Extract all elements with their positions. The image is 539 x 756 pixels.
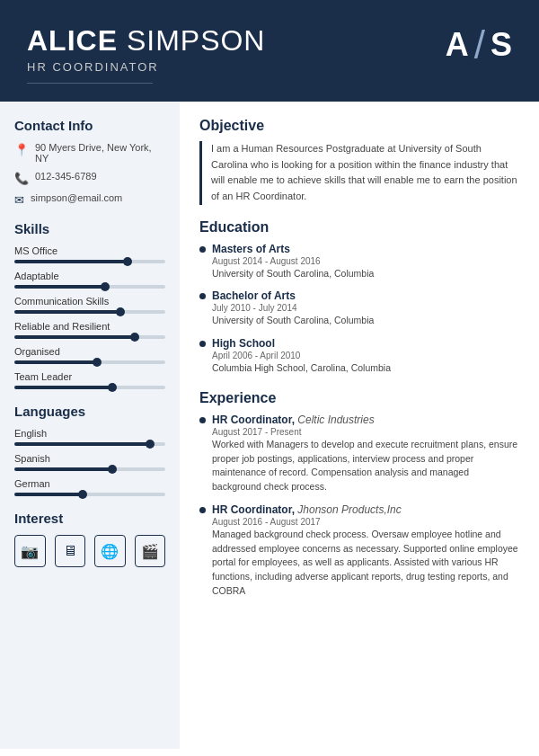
languages-container: English Spanish German [14, 428, 165, 496]
skill-label: Team Leader [14, 371, 165, 382]
edu-degree: Masters of Arts [212, 243, 519, 255]
experience-container: HR Coordinator, Celtic Industries August… [199, 414, 519, 599]
skill-label: Communication Skills [14, 296, 165, 307]
objective-title: Objective [199, 118, 519, 134]
header-name: ALICE SIMPSON [27, 25, 265, 57]
skill-bar-track [14, 260, 165, 263]
skill-bar-dot [93, 358, 102, 367]
lang-bar-track [14, 467, 165, 471]
address-text: 90 Myers Drive, New York, NY [35, 142, 165, 164]
edu-date: April 2006 - April 2010 [212, 351, 519, 360]
exp-item: HR Coordinator, Celtic Industries August… [199, 414, 519, 494]
skills-section-title: Skills [14, 221, 165, 236]
exp-title: HR Coordinator, Celtic Industries [212, 414, 519, 426]
main-layout: Contact Info 📍 90 Myers Drive, New York,… [0, 102, 539, 749]
header-left: ALICE SIMPSON HR COORDINATOR [27, 25, 265, 84]
monogram-first: A [446, 29, 469, 61]
interest-icon: 📷 [14, 535, 46, 567]
sidebar: Contact Info 📍 90 Myers Drive, New York,… [0, 102, 180, 749]
edu-item: Bachelor of Arts July 2010 - July 2014 U… [199, 289, 519, 328]
interest-section-title: Interest [14, 511, 165, 526]
exp-item: HR Coordinator, Jhonson Products,Inc Aug… [199, 503, 519, 599]
lang-bar-fill [14, 467, 112, 471]
edu-degree: Bachelor of Arts [212, 289, 519, 302]
lang-bar-track [14, 493, 165, 496]
monogram-slash: / [474, 25, 485, 65]
lang-label: German [14, 478, 165, 489]
skill-bar-fill [14, 360, 97, 364]
interest-icon: 🌐 [94, 535, 126, 567]
edu-item: Masters of Arts August 2014 - August 201… [199, 243, 519, 281]
skill-bar-track [14, 285, 165, 289]
last-name: SIMPSON [127, 24, 266, 57]
edu-place: University of South Carolina, Columbia [212, 267, 519, 281]
exp-date: August 2016 - August 2017 [212, 517, 519, 527]
skill-label: Reliable and Resilient [14, 321, 165, 332]
skill-bar-fill [14, 386, 112, 389]
phone-icon: 📞 [14, 172, 29, 185]
skill-label: Organised [14, 346, 165, 357]
lang-label: Spanish [14, 453, 165, 464]
exp-date: August 2017 - Present [212, 427, 519, 437]
skill-bar-track [14, 386, 165, 389]
skill-bar-track [14, 310, 165, 314]
skill-bar-dot [101, 282, 110, 291]
education-title: Education [199, 219, 519, 236]
lang-label: English [14, 428, 165, 439]
skill-bar-track [14, 335, 165, 339]
contact-phone: 📞 012-345-6789 [14, 171, 165, 185]
interest-icon: 🎬 [135, 535, 166, 567]
content: Objective I am a Human Resources Postgra… [180, 102, 539, 749]
monogram-second: S [490, 29, 512, 61]
email-icon: ✉ [14, 193, 24, 207]
lang-bar-fill [14, 442, 150, 446]
skill-label: Adaptable [14, 271, 165, 281]
contact-email: ✉ simpson@email.com [14, 192, 165, 207]
exp-desc: Managed background check process. Oversa… [212, 528, 519, 599]
header-monogram: A / S [446, 25, 512, 65]
skill-bar-dot [130, 333, 139, 342]
first-name: ALICE [27, 24, 118, 57]
lang-bar-dot [108, 465, 117, 474]
skill-bar-fill [14, 310, 120, 314]
lang-bar-track [14, 442, 165, 446]
skill-bar-dot [123, 257, 132, 266]
email-text: simpson@email.com [31, 192, 122, 203]
skill-bar-dot [116, 307, 125, 316]
edu-place: University of South Carolina, Columbia [212, 314, 519, 328]
edu-item: High School April 2006 - April 2010 Colu… [199, 337, 519, 376]
skills-container: MS Office Adaptable Communication Skills… [14, 245, 165, 389]
location-icon: 📍 [14, 143, 29, 156]
interest-icons-container: 📷 🖥 🌐 🎬 [14, 535, 165, 567]
header-divider [27, 83, 153, 84]
edu-place: Columbia High School, Carolina, Columbia [212, 361, 519, 376]
lang-bar-fill [14, 493, 83, 496]
phone-text: 012-345-6789 [35, 171, 97, 182]
lang-bar-dot [146, 440, 155, 449]
exp-desc: Worked with Managers to develop and exec… [212, 438, 519, 494]
exp-title: HR Coordinator, Jhonson Products,Inc [212, 503, 519, 516]
lang-bar-dot [78, 490, 87, 499]
edu-date: July 2010 - July 2014 [212, 303, 519, 313]
experience-title: Experience [199, 390, 519, 406]
languages-section-title: Languages [14, 404, 165, 419]
skill-bar-fill [14, 335, 135, 339]
skill-bar-dot [108, 383, 117, 392]
exp-company: Jhonson Products,Inc [297, 503, 401, 516]
interest-icon: 🖥 [55, 535, 86, 567]
skill-bar-fill [14, 260, 128, 263]
header: ALICE SIMPSON HR COORDINATOR A / S [0, 0, 539, 102]
exp-company: Celtic Industries [297, 414, 374, 426]
contact-section-title: Contact Info [14, 118, 165, 133]
contact-address: 📍 90 Myers Drive, New York, NY [14, 142, 165, 164]
skill-label: MS Office [14, 245, 165, 256]
objective-text: I am a Human Resources Postgraduate at U… [199, 141, 519, 204]
header-title: HR COORDINATOR [27, 60, 265, 74]
edu-date: August 2014 - August 2016 [212, 256, 519, 266]
skill-bar-track [14, 360, 165, 364]
education-container: Masters of Arts August 2014 - August 201… [199, 243, 519, 376]
edu-degree: High School [212, 337, 519, 350]
skill-bar-fill [14, 285, 105, 289]
